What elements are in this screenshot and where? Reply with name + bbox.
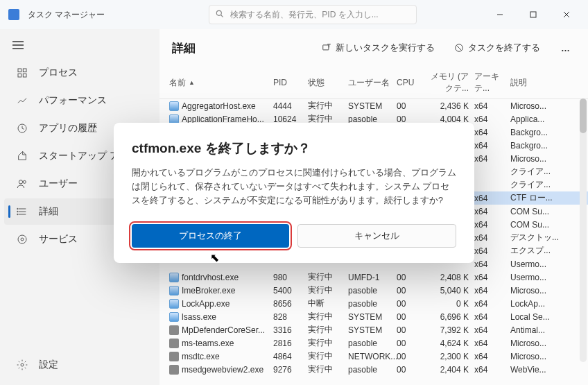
toolbar: 詳細 新しいタスクを実行する タスクを終了する … (159, 29, 588, 67)
sidebar-label: 設定 (39, 359, 58, 371)
svg-point-20 (17, 211, 18, 212)
sidebar-item-1[interactable]: パフォーマンス (4, 87, 155, 114)
dialog-title: ctfmon.exe を終了しますか？ (132, 139, 456, 157)
menu-toggle[interactable] (0, 35, 159, 58)
table-row[interactable]: MpDefenderCoreSer...3316実行中SYSTEM007,392… (159, 323, 588, 336)
nav-icon (17, 123, 28, 134)
svg-line-1 (221, 15, 223, 17)
svg-rect-11 (18, 74, 21, 77)
svg-point-15 (23, 180, 26, 183)
scroll-thumb[interactable] (580, 99, 587, 133)
close-button[interactable] (551, 3, 582, 26)
nav-icon (17, 95, 28, 106)
sidebar-item-settings[interactable]: 設定 (4, 352, 155, 378)
end-process-button[interactable]: プロセスの終了 (132, 224, 289, 248)
table-row[interactable]: AggregatorHost.exe4444実行中SYSTEM002,436 K… (159, 99, 588, 112)
nav-icon (17, 67, 28, 78)
maximize-button[interactable] (517, 3, 549, 26)
svg-rect-10 (23, 69, 26, 72)
svg-point-0 (217, 10, 222, 15)
app-title: タスク マネージャー (28, 9, 105, 21)
sort-asc-icon: ▲ (189, 79, 195, 86)
cancel-button[interactable]: キャンセル (297, 224, 456, 248)
minimize-button[interactable] (484, 3, 516, 26)
table-row[interactable]: msdtc.exe4864実行中NETWORK...002,300 Kx64Mi… (159, 350, 588, 363)
svg-rect-12 (23, 74, 26, 77)
sidebar-label: アプリの履歴 (39, 122, 97, 135)
process-icon (169, 352, 179, 361)
search-icon (215, 9, 225, 21)
table-row[interactable]: msedgewebview2.exe9276実行中pasoble002,404 … (159, 363, 588, 376)
process-icon (169, 101, 179, 111)
svg-rect-9 (18, 69, 21, 72)
confirm-dialog: ctfmon.exe を終了しますか？ 開かれているプログラムがこのプロセスに関… (114, 123, 474, 263)
process-icon (169, 325, 179, 335)
scrollbar[interactable] (580, 99, 587, 362)
page-title: 詳細 (172, 40, 196, 56)
sidebar-label: サービス (39, 233, 78, 246)
table-row[interactable]: LockApp.exe8656中断pasoble000 Kx64LockAp..… (159, 297, 588, 310)
table-row[interactable]: lsass.exe828実行中SYSTEM006,696 Kx64Local S… (159, 310, 588, 323)
more-button[interactable]: … (555, 40, 576, 56)
svg-point-19 (17, 208, 18, 209)
window-controls (484, 3, 582, 26)
sidebar-item-0[interactable]: プロセス (4, 60, 155, 86)
dialog-text: 開かれているプログラムがこのプロセスに関連付けられている場合、プログラムは閉じら… (132, 166, 456, 207)
app-icon (8, 9, 19, 20)
end-task-button[interactable]: タスクを終了する (450, 39, 544, 57)
search-input[interactable]: 検索する名前、発行元、PID を入力し... (209, 5, 417, 24)
svg-point-14 (19, 180, 22, 184)
sidebar-label: パフォーマンス (39, 94, 107, 107)
table-row[interactable]: ImeBroker.exe5400実行中pasoble005,040 Kx64M… (159, 284, 588, 297)
svg-point-21 (17, 214, 18, 214)
table-row[interactable]: ms-teams.exe2816実行中pasoble004,624 Kx64Mi… (159, 336, 588, 350)
process-icon (169, 273, 179, 282)
new-task-button[interactable]: 新しいタスクを実行する (318, 39, 439, 57)
process-icon (169, 365, 179, 375)
nav-icon (17, 151, 28, 162)
search-placeholder: 検索する名前、発行元、PID を入力し... (230, 9, 378, 21)
process-icon (169, 286, 179, 296)
svg-point-23 (18, 235, 26, 243)
nav-icon (17, 234, 28, 245)
sidebar-label: プロセス (39, 67, 78, 79)
process-icon (169, 299, 179, 309)
titlebar: タスク マネージャー 検索する名前、発行元、PID を入力し... (0, 0, 588, 29)
svg-point-22 (21, 238, 24, 241)
nav-icon (17, 178, 28, 189)
svg-rect-3 (530, 12, 536, 17)
table-header[interactable]: 名前▲ PID 状態 ユーザー名 CPU メモリ (アクテ... アーキテ...… (159, 67, 588, 99)
process-icon (169, 312, 179, 322)
process-icon (169, 339, 179, 348)
gear-icon (17, 359, 28, 370)
nav-icon (17, 206, 28, 217)
svg-rect-25 (323, 45, 329, 50)
table-row[interactable]: fontdrvhost.exe980実行中UMFD-1002,408 Kx64U… (159, 271, 588, 284)
svg-line-29 (457, 46, 462, 51)
sidebar-label: ユーザー (39, 178, 78, 190)
sidebar-label: 詳細 (39, 205, 58, 218)
svg-point-24 (21, 363, 24, 366)
